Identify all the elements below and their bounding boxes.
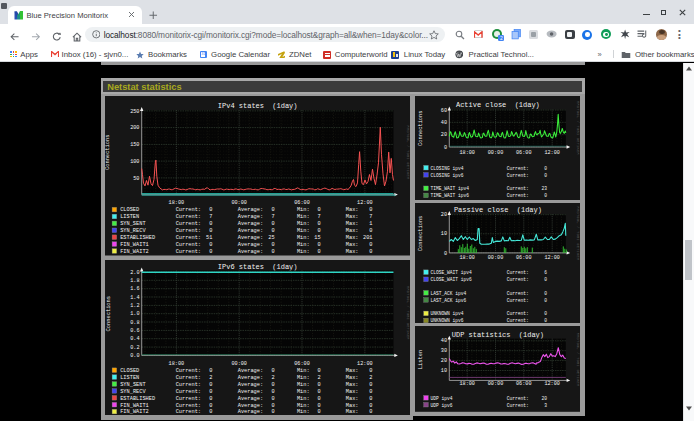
- svg-text:Min:: Min:: [297, 207, 310, 213]
- svg-text:0: 0: [272, 403, 275, 409]
- svg-text:40: 40: [441, 120, 447, 126]
- svg-text:1.2: 1.2: [130, 303, 139, 309]
- svg-text:3: 3: [544, 403, 547, 408]
- svg-text:Min:: Min:: [297, 403, 310, 409]
- svg-text:23: 23: [541, 186, 547, 191]
- svg-text:0: 0: [317, 242, 320, 248]
- svg-text:0: 0: [209, 221, 212, 227]
- svg-text:00:00: 00:00: [231, 361, 247, 367]
- svg-text:0: 0: [272, 221, 275, 227]
- svg-text:Max:: Max:: [346, 389, 359, 395]
- svg-text:Average:: Average:: [238, 389, 263, 395]
- svg-text:0: 0: [444, 145, 447, 151]
- svg-text:Min:: Min:: [297, 396, 310, 402]
- svg-text:Current:: Current:: [176, 214, 201, 220]
- svg-text:Current:: Current:: [506, 318, 528, 323]
- svg-text:UNKNOWN ipv6: UNKNOWN ipv6: [430, 318, 463, 323]
- svg-text:CLOSING ipv6: CLOSING ipv6: [430, 173, 463, 178]
- svg-text:SYN_SENT: SYN_SENT: [120, 382, 145, 388]
- svg-text:FIN_WAIT2: FIN_WAIT2: [120, 249, 149, 255]
- svg-text:Average:: Average:: [238, 368, 263, 374]
- svg-text:UDP ipv6: UDP ipv6: [430, 403, 452, 408]
- svg-text:Average:: Average:: [238, 228, 263, 234]
- svg-text:0: 0: [272, 409, 275, 415]
- svg-text:1: 1: [369, 221, 372, 227]
- svg-text:2.0: 2.0: [130, 270, 139, 276]
- svg-text:TIME_WAIT ipv4: TIME_WAIT ipv4: [430, 186, 469, 191]
- svg-text:0: 0: [544, 318, 547, 323]
- svg-text:Max:: Max:: [346, 207, 359, 213]
- svg-text:100: 100: [130, 159, 139, 165]
- svg-text:Current:: Current:: [506, 277, 528, 282]
- svg-text:SYN_SENT: SYN_SENT: [120, 221, 145, 227]
- svg-text:0: 0: [369, 409, 372, 415]
- svg-text:1.8: 1.8: [130, 278, 139, 284]
- svg-text:50: 50: [133, 176, 139, 182]
- svg-text:0: 0: [209, 228, 212, 234]
- svg-text:0: 0: [272, 389, 275, 395]
- svg-text:0: 0: [544, 173, 547, 178]
- svg-text:0: 0: [209, 368, 212, 374]
- svg-text:06:00: 06:00: [516, 150, 532, 156]
- svg-text:Average:: Average:: [238, 409, 263, 415]
- svg-text:Min:: Min:: [297, 214, 310, 220]
- svg-text:Current:: Current:: [176, 368, 201, 374]
- svg-text:0: 0: [317, 396, 320, 402]
- svg-text:18:00: 18:00: [169, 200, 185, 206]
- svg-text:Min:: Min:: [297, 249, 310, 255]
- svg-text:Max:: Max:: [346, 242, 359, 248]
- svg-text:Current:: Current:: [506, 166, 528, 171]
- svg-text:Current:: Current:: [506, 396, 528, 401]
- svg-text:SYN_RECV: SYN_RECV: [120, 389, 146, 395]
- svg-text:0: 0: [209, 396, 212, 402]
- svg-text:RRDTOOL / TOBI OETIKER: RRDTOOL / TOBI OETIKER: [406, 126, 410, 180]
- svg-text:0.8: 0.8: [130, 320, 139, 326]
- svg-text:0: 0: [272, 396, 275, 402]
- svg-text:Max:: Max:: [346, 375, 359, 381]
- svg-text:20: 20: [541, 396, 547, 401]
- svg-text:Connections: Connections: [417, 110, 423, 145]
- svg-text:0.6: 0.6: [130, 328, 139, 334]
- svg-text:FIN_WAIT1: FIN_WAIT1: [120, 242, 149, 248]
- svg-text:0: 0: [369, 396, 372, 402]
- svg-text:RRDTOOL / TOBI OETIKER: RRDTOOL / TOBI OETIKER: [576, 101, 580, 155]
- svg-text:Current:: Current:: [506, 298, 528, 303]
- svg-text:6: 6: [544, 270, 547, 275]
- svg-text:40: 40: [441, 339, 447, 345]
- svg-text:Connections: Connections: [105, 135, 111, 170]
- svg-text:1.6: 1.6: [130, 286, 139, 292]
- svg-text:0: 0: [272, 368, 275, 374]
- svg-text:Min:: Min:: [297, 235, 310, 241]
- svg-text:1.0: 1.0: [130, 311, 139, 317]
- svg-text:18:00: 18:00: [169, 361, 185, 367]
- svg-text:Max:: Max:: [346, 403, 359, 409]
- svg-text:Average:: Average:: [238, 242, 263, 248]
- svg-text:Min:: Min:: [297, 409, 310, 415]
- svg-text:0: 0: [544, 298, 547, 303]
- svg-text:Current:: Current:: [506, 270, 528, 275]
- svg-text:Average:: Average:: [238, 396, 263, 402]
- svg-text:25: 25: [268, 235, 274, 241]
- svg-text:Average:: Average:: [238, 235, 263, 241]
- svg-text:Connections: Connections: [106, 296, 112, 331]
- svg-text:51: 51: [206, 235, 212, 241]
- svg-text:20: 20: [441, 212, 447, 218]
- svg-text:Active close (1day): Active close (1day): [456, 101, 540, 109]
- svg-text:Average:: Average:: [238, 221, 263, 227]
- svg-text:0: 0: [369, 403, 372, 409]
- svg-text:0: 0: [369, 242, 372, 248]
- svg-text:20: 20: [441, 132, 447, 138]
- svg-text:Max:: Max:: [346, 409, 359, 415]
- svg-text:Max:: Max:: [346, 368, 359, 374]
- svg-text:Current:: Current:: [176, 396, 201, 402]
- svg-text:UDP ipv4: UDP ipv4: [430, 396, 452, 401]
- svg-text:CLOSE_WAIT ipv4: CLOSE_WAIT ipv4: [430, 270, 471, 275]
- svg-text:18:00: 18:00: [459, 150, 475, 156]
- svg-text:30: 30: [441, 349, 447, 355]
- svg-text:LAST_ACK ipv6: LAST_ACK ipv6: [430, 298, 466, 303]
- svg-text:0: 0: [209, 409, 212, 415]
- svg-text:00:00: 00:00: [487, 255, 503, 261]
- svg-text:0: 0: [317, 368, 320, 374]
- svg-text:00:00: 00:00: [487, 150, 503, 156]
- svg-text:IPv6 states (1day): IPv6 states (1day): [218, 263, 298, 271]
